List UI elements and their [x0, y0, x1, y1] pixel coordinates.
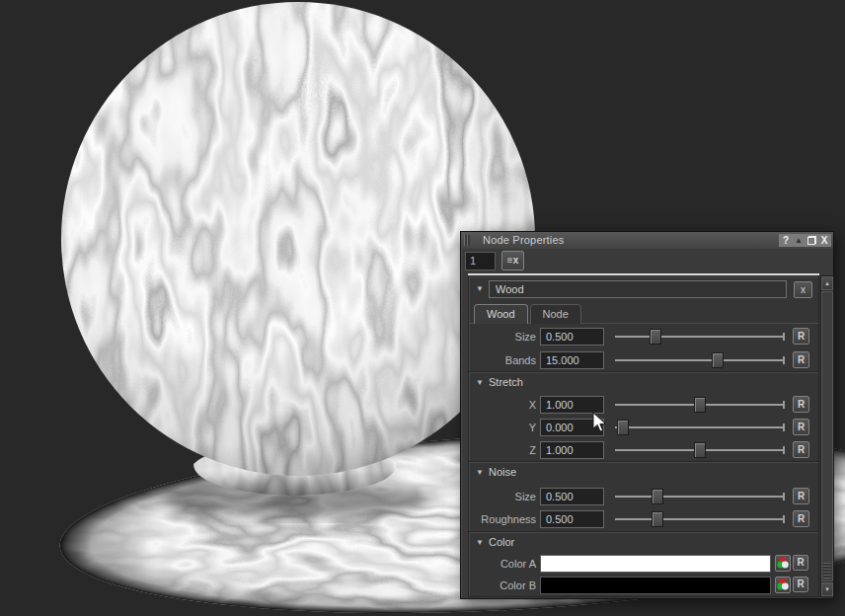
reset-button[interactable]: R [793, 419, 809, 435]
tab-wood[interactable]: Wood [474, 304, 528, 324]
node-properties-window: Node Properties ? ▲ X 1 ≡x ▼ Wood x Wood… [460, 231, 834, 599]
reset-button[interactable]: R [793, 328, 809, 345]
collapse-triangle-icon[interactable]: ▼ [476, 468, 484, 477]
slider-end-tick [783, 333, 785, 341]
param-label: Size [469, 331, 536, 343]
param-label: Y [469, 422, 536, 433]
stretch-y-slider[interactable] [613, 419, 787, 436]
collapse-triangle-icon[interactable]: ▼ [476, 284, 484, 293]
bands-value-field[interactable]: 15.000 [540, 351, 604, 369]
section-label: Noise [489, 466, 516, 478]
slider-handle[interactable] [652, 511, 663, 527]
rollup-icon[interactable]: ▲ [793, 234, 805, 247]
slider-track[interactable] [615, 336, 785, 338]
slider-handle[interactable] [650, 329, 661, 345]
overlapping-squares-icon [807, 236, 816, 245]
section-divider [469, 531, 818, 533]
window-titlebar[interactable]: Node Properties ? ▲ X [461, 232, 833, 249]
help-icon[interactable]: ? [780, 234, 792, 247]
slider-end-tick [783, 493, 785, 500]
noise-size-value-field[interactable]: 0.500 [540, 488, 604, 505]
section-divider [469, 461, 818, 463]
size-value-field[interactable]: 0.500 [540, 328, 604, 346]
param-label: Color B [469, 579, 536, 591]
slider-end-tick [783, 356, 785, 364]
param-row-color-b: Color B R [469, 577, 818, 595]
scrollbar-grip [823, 563, 831, 578]
color-picker-button[interactable] [775, 577, 791, 593]
tab-bar: Wood Node [474, 304, 581, 324]
slider-end-tick [783, 515, 785, 523]
scrollbar-thumb[interactable] [821, 291, 833, 581]
node-name-field[interactable]: Wood [489, 280, 787, 298]
color-section-header[interactable]: ▼ Color [469, 535, 818, 551]
rgb-circles-icon [776, 578, 790, 591]
remove-node-button[interactable]: x [794, 281, 812, 298]
roughness-slider[interactable] [613, 510, 787, 528]
collapse-triangle-icon[interactable]: ▼ [476, 538, 484, 547]
node-properties-content: ▼ Wood x Wood Node Size 0.500 R Bands 15… [468, 275, 819, 597]
mouse-cursor [592, 412, 612, 437]
reset-button[interactable]: R [793, 396, 809, 413]
size-slider[interactable] [613, 328, 787, 346]
reset-button[interactable]: R [793, 510, 809, 527]
param-label: Z [469, 444, 536, 456]
stretch-z-slider[interactable] [613, 441, 787, 459]
node-index-field[interactable]: 1 [465, 252, 496, 270]
bands-slider[interactable] [613, 351, 787, 369]
slider-handle[interactable] [652, 489, 663, 504]
slider-handle[interactable] [694, 397, 706, 413]
param-row-stretch-y: Y 0.000 R [469, 419, 818, 437]
slider-end-tick [783, 401, 785, 409]
scroll-down-icon[interactable]: ▼ [821, 582, 833, 596]
reset-button[interactable]: R [793, 488, 809, 504]
section-label: Stretch [489, 376, 523, 388]
reset-button[interactable]: R [793, 555, 808, 571]
param-row-size: Size 0.500 R [469, 328, 818, 346]
section-divider [469, 371, 818, 373]
collapse-triangle-icon[interactable]: ▼ [476, 378, 484, 387]
param-label: X [469, 399, 536, 411]
slider-handle[interactable] [712, 352, 724, 368]
slider-track[interactable] [615, 496, 785, 498]
section-label: Color [489, 536, 514, 548]
node-filter-button[interactable]: ≡x [501, 251, 524, 270]
stretch-section-header[interactable]: ▼ Stretch [469, 375, 818, 391]
slider-track[interactable] [615, 426, 785, 428]
reset-button[interactable]: R [793, 577, 808, 592]
tab-node[interactable]: Node [530, 304, 581, 324]
slider-handle[interactable] [694, 442, 706, 458]
slider-track[interactable] [615, 359, 785, 361]
noise-section-header[interactable]: ▼ Noise [469, 465, 818, 481]
slider-end-tick [783, 424, 785, 431]
slider-track[interactable] [615, 518, 785, 520]
scroll-up-icon[interactable]: ▲ [821, 276, 833, 290]
reset-button[interactable]: R [793, 351, 809, 368]
color-picker-button[interactable] [775, 555, 791, 572]
param-label: Roughness [469, 513, 536, 525]
color-b-swatch[interactable] [540, 577, 771, 594]
color-a-swatch[interactable] [540, 555, 771, 573]
roughness-value-field[interactable]: 0.500 [540, 510, 604, 528]
param-row-bands: Bands 15.000 R [469, 351, 818, 370]
window-title: Node Properties [483, 234, 565, 246]
slider-handle[interactable] [617, 420, 629, 435]
titlebar-buttons: ? ▲ X [779, 234, 831, 247]
slider-end-tick [783, 446, 785, 454]
param-label: Size [469, 491, 536, 502]
param-row-stretch-x: X 1.000 R [469, 396, 818, 415]
reset-button[interactable]: R [793, 441, 809, 458]
noise-size-slider[interactable] [613, 488, 787, 505]
param-row-roughness: Roughness 0.500 R [469, 510, 818, 529]
param-row-stretch-z: Z 1.000 R [469, 441, 818, 460]
float-icon[interactable] [806, 234, 817, 247]
param-row-noise-size: Size 0.500 R [469, 488, 818, 506]
close-icon[interactable]: X [818, 234, 830, 247]
panel-scrollbar[interactable]: ▲ ▼ [820, 275, 834, 597]
titlebar-grip[interactable] [464, 235, 470, 246]
stretch-z-value-field[interactable]: 1.000 [540, 441, 604, 459]
stretch-x-slider[interactable] [613, 396, 787, 414]
node-header-row: ▼ Wood x [469, 280, 818, 300]
param-row-color-a: Color A R [469, 555, 818, 574]
param-label: Bands [469, 354, 536, 366]
